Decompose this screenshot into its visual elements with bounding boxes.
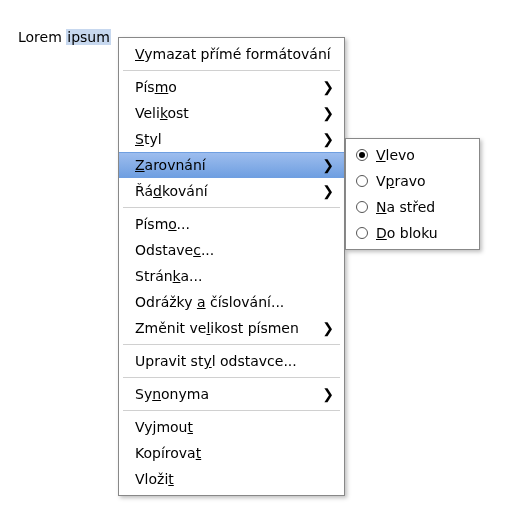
menu-item-clear-formatting[interactable]: Vymazat přímé formátování [119,41,344,67]
menu-item-bullets-numbering[interactable]: Odrážky a číslování... [119,289,344,315]
option-label: Vpravo [376,168,426,194]
alignment-option-center[interactable]: Na střed [346,194,479,220]
submenu-arrow-icon: ❯ [322,100,334,126]
text-word: Lorem [18,29,62,45]
radio-icon [356,201,368,213]
radio-icon [356,227,368,239]
submenu-arrow-icon: ❯ [322,74,334,100]
document-text[interactable]: Lorem ipsum [18,29,111,45]
menu-separator [123,207,340,208]
alignment-option-right[interactable]: Vpravo [346,168,479,194]
menu-item-line-spacing[interactable]: Řádkování ❯ [119,178,344,204]
text-selection: ipsum [66,29,111,45]
menu-item-size[interactable]: Velikost ❯ [119,100,344,126]
alignment-submenu: Vlevo Vpravo Na střed Do bloku [345,138,480,250]
submenu-arrow-icon: ❯ [322,315,334,341]
menu-item-copy[interactable]: Kopírovat [119,440,344,466]
menu-item-cut[interactable]: Vyjmout [119,414,344,440]
menu-item-font-dialog[interactable]: Písmo... [119,211,344,237]
radio-icon [356,175,368,187]
radio-icon [356,149,368,161]
submenu-arrow-icon: ❯ [322,178,334,204]
submenu-arrow-icon: ❯ [322,153,334,177]
menu-item-page-dialog[interactable]: Stránka... [119,263,344,289]
submenu-arrow-icon: ❯ [322,126,334,152]
alignment-option-left[interactable]: Vlevo [346,142,479,168]
option-label: Do bloku [376,220,438,246]
menu-separator [123,70,340,71]
menu-separator [123,377,340,378]
menu-separator [123,410,340,411]
menu-separator [123,344,340,345]
option-label: Vlevo [376,142,415,168]
menu-item-synonyms[interactable]: Synonyma ❯ [119,381,344,407]
menu-item-paste[interactable]: Vložit [119,466,344,492]
menu-item-font[interactable]: Písmo ❯ [119,74,344,100]
option-label: Na střed [376,194,435,220]
submenu-arrow-icon: ❯ [322,381,334,407]
menu-item-style[interactable]: Styl ❯ [119,126,344,152]
menu-item-alignment[interactable]: Zarovnání ❯ [119,152,344,178]
alignment-option-block[interactable]: Do bloku [346,220,479,246]
menu-item-paragraph-dialog[interactable]: Odstavec... [119,237,344,263]
menu-item-edit-paragraph-style[interactable]: Upravit styl odstavce... [119,348,344,374]
menu-item-change-case[interactable]: Změnit velikost písmen ❯ [119,315,344,341]
context-menu: Vymazat přímé formátování Písmo ❯ Veliko… [118,37,345,496]
